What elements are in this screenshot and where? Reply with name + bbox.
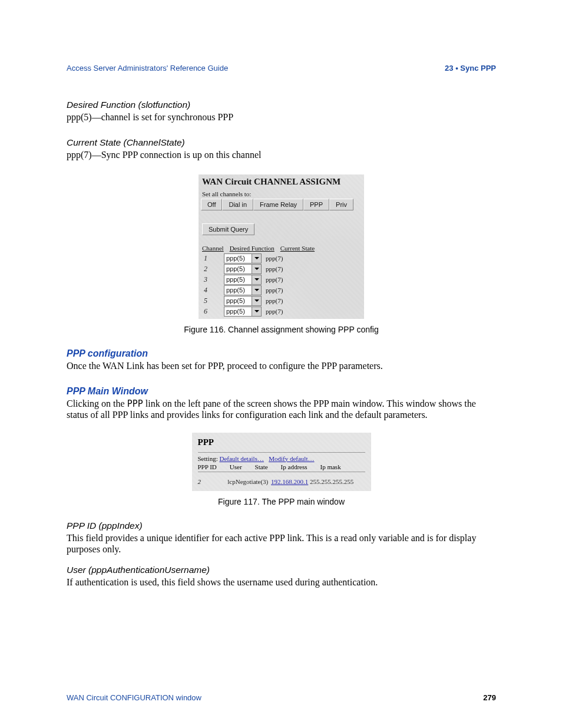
col-state: State <box>255 463 268 470</box>
fig117-caption: Figure 117. The PPP main window <box>67 497 496 506</box>
chapter-title: 23 • Sync PPP <box>445 64 496 73</box>
link-default-details[interactable]: Default details… <box>219 455 263 462</box>
divider <box>198 472 365 472</box>
select-desired-function[interactable]: ppp(5) <box>224 253 262 263</box>
body-ppp-id: This field provides a unique identifier … <box>67 532 496 555</box>
col-mask: Ip mask <box>320 463 341 470</box>
table-row: 5 ppp(5) ppp(7) <box>202 295 285 306</box>
heading-current-state: Current State (ChannelState) <box>67 137 496 148</box>
cell-channel: 5 <box>202 295 222 306</box>
table-row: 4 ppp(5) ppp(7) <box>202 285 285 295</box>
cell-channel: 1 <box>202 253 222 263</box>
table-row: 3 ppp(5) ppp(7) <box>202 274 285 285</box>
fig116-column-headers: Channel Desired Function Current State <box>202 245 364 252</box>
heading-desired-function: Desired Function (slotfunction) <box>67 100 496 110</box>
select-value: ppp(5) <box>224 286 252 294</box>
col-ip: Ip address <box>281 463 308 470</box>
fig117-data-row: 2 lcpNegotiate(3) 192.168.200.1 255.255.… <box>198 478 365 485</box>
chevron-down-icon <box>252 254 261 263</box>
section-ppp-configuration: PPP configuration <box>67 348 496 359</box>
btn-ppp[interactable]: PPP <box>303 199 329 210</box>
chevron-down-icon <box>252 307 261 316</box>
body-user: If authentication is used, this field sh… <box>67 577 496 588</box>
select-value: ppp(5) <box>224 297 252 304</box>
cell-state: ppp(7) <box>263 253 285 263</box>
btn-dialin[interactable]: Dial in <box>222 199 253 210</box>
chevron-down-icon <box>252 297 261 305</box>
fig117-column-headers: PPP ID User State Ip address Ip mask <box>198 463 365 470</box>
cell-state: ppp(7) <box>263 263 285 274</box>
cell-state: lcpNegotiate(3) <box>227 478 268 485</box>
figure-116: WAN Circuit CHANNEL ASSIGNM Set all chan… <box>199 174 364 319</box>
cell-channel: 2 <box>202 263 222 274</box>
chevron-down-icon <box>252 265 261 274</box>
select-desired-function[interactable]: ppp(5) <box>224 296 262 306</box>
fig116-button-row: Off Dial in Frame Relay PPP Priv <box>201 199 364 210</box>
page-number: 279 <box>483 693 496 702</box>
cell-channel: 3 <box>202 274 222 285</box>
table-row: 1 ppp(5) ppp(7) <box>202 253 285 263</box>
cell-fn: ppp(5) <box>222 274 263 285</box>
table-row: 2 ppp(5) ppp(7) <box>202 263 285 274</box>
btn-off[interactable]: Off <box>201 199 222 210</box>
cell-channel: 4 <box>202 285 222 295</box>
cell-pppid: 2 <box>198 478 226 485</box>
body-current-state: ppp(7)—Sync PPP connection is up on this… <box>67 149 496 161</box>
footer-section: WAN Circuit CONFIGURATION window <box>67 693 201 702</box>
body-ppp-main-window: Clicking on the PPP link on the left pan… <box>67 398 496 421</box>
ppp-main-body-a: Clicking on the <box>67 398 127 409</box>
fig117-setting-row: Setting: Default details… Modify default… <box>198 455 365 462</box>
cell-fn: ppp(5) <box>222 263 263 274</box>
fig116-table: 1 ppp(5) ppp(7) 2 ppp <box>202 253 285 317</box>
col-user: User <box>230 463 242 470</box>
section-ppp-main-window: PPP Main Window <box>67 386 496 397</box>
header-row: Access Server Administrators' Reference … <box>67 64 496 73</box>
cell-fn: ppp(5) <box>222 253 263 263</box>
select-desired-function[interactable]: ppp(5) <box>224 264 262 274</box>
cell-state: ppp(7) <box>263 285 285 295</box>
figure-117: PPP Setting: Default details… Modify def… <box>192 433 371 491</box>
ppp-link-label: PPP <box>127 398 143 409</box>
cell-mask: 255.255.255.255 <box>310 478 353 485</box>
btn-priv[interactable]: Priv <box>329 199 353 210</box>
fig116-caption: Figure 116. Channel assignment showing P… <box>67 325 496 334</box>
table-row: 6 ppp(5) ppp(7) <box>202 306 285 317</box>
page: Access Server Administrators' Reference … <box>0 0 562 728</box>
cell-state: ppp(7) <box>263 295 285 306</box>
fig117-setting-label: Setting: <box>198 455 218 462</box>
cell-fn: ppp(5) <box>222 306 263 317</box>
cell-state: ppp(7) <box>263 274 285 285</box>
fig117-title: PPP <box>198 437 365 451</box>
divider <box>198 452 365 453</box>
cell-fn: ppp(5) <box>222 285 263 295</box>
doc-title: Access Server Administrators' Reference … <box>67 64 228 73</box>
chevron-down-icon <box>252 286 261 295</box>
body-desired-function: ppp(5)—channel is set for synchronous PP… <box>67 111 496 123</box>
body-ppp-configuration: Once the WAN Link has been set for PPP, … <box>67 360 496 372</box>
hdr-channel: Channel <box>202 245 224 252</box>
select-value: ppp(5) <box>224 276 252 283</box>
select-value: ppp(5) <box>224 255 252 262</box>
select-value: ppp(5) <box>224 265 252 272</box>
select-desired-function[interactable]: ppp(5) <box>224 285 262 295</box>
col-pppid: PPP ID <box>198 463 217 470</box>
select-desired-function[interactable]: ppp(5) <box>224 275 262 285</box>
hdr-desired-function: Desired Function <box>230 245 275 252</box>
select-value: ppp(5) <box>224 308 252 315</box>
btn-submit-query[interactable]: Submit Query <box>202 223 254 235</box>
hdr-current-state: Current State <box>280 245 315 252</box>
fig116-set-label: Set all channels to: <box>202 190 364 197</box>
heading-ppp-id: PPP ID (pppIndex) <box>67 521 496 531</box>
cell-state: ppp(7) <box>263 306 285 317</box>
fig116-title: WAN Circuit CHANNEL ASSIGNM <box>202 177 364 187</box>
cell-fn: ppp(5) <box>222 295 263 306</box>
link-modify-default[interactable]: Modify default… <box>269 455 314 462</box>
footer-row: WAN Circuit CONFIGURATION window 279 <box>67 693 496 702</box>
chevron-down-icon <box>252 275 261 284</box>
select-desired-function[interactable]: ppp(5) <box>224 307 262 317</box>
link-ip-address[interactable]: 192.168.200.1 <box>271 478 308 485</box>
heading-user: User (pppAuthenticationUsername) <box>67 565 496 575</box>
cell-channel: 6 <box>202 306 222 317</box>
btn-frame-relay[interactable]: Frame Relay <box>253 199 303 210</box>
